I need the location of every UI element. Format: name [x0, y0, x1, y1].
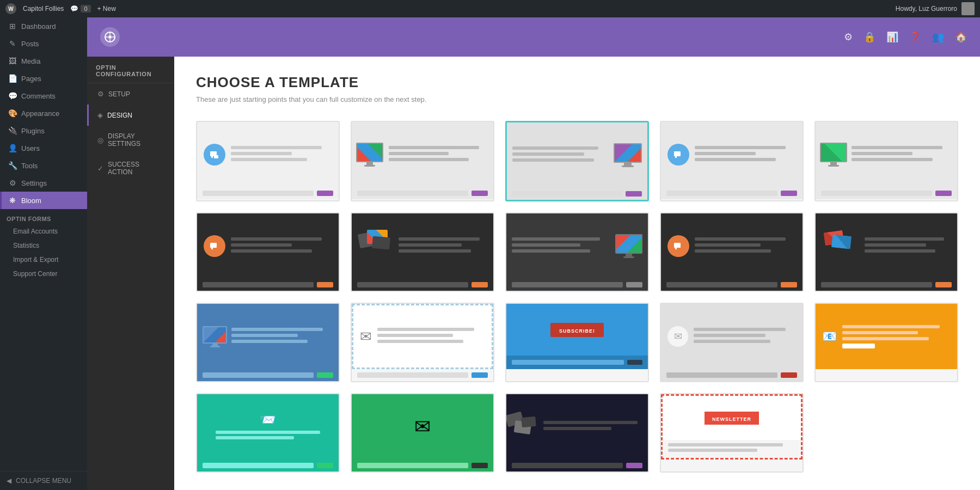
template-card-3[interactable]	[505, 121, 649, 201]
sidebar-item-settings[interactable]: ⚙ Settings	[0, 174, 87, 192]
tools-icon: 🔧	[8, 161, 17, 170]
plugin-subnav: OPTIN CONFIGURATION ⚙ SETUP ◈ DESIGN ◎ D…	[87, 57, 174, 490]
header-help-icon[interactable]: ❓	[909, 31, 921, 43]
sidebar-label-plugins: Plugins	[21, 127, 45, 135]
sidebar-item-plugins[interactable]: 🔌 Plugins	[0, 122, 87, 139]
template-card-5[interactable]	[814, 121, 958, 201]
template-card-2[interactable]	[351, 121, 494, 201]
template-card-11[interactable]	[196, 303, 340, 382]
layout: ⊞ Dashboard ✎ Posts 🖼 Media 📄 Pages 💬 Co…	[0, 17, 980, 490]
template-card-14[interactable]: ✉	[660, 303, 804, 382]
media-icon: 🖼	[8, 57, 17, 65]
template-card-8[interactable]	[505, 212, 649, 292]
svg-rect-13	[674, 243, 681, 248]
header-lock-icon[interactable]: 🔒	[863, 31, 875, 43]
template-card-6[interactable]	[196, 212, 340, 292]
sidebar-label-dashboard: Dashboard	[21, 22, 56, 30]
comment-bubble-icon: 💬	[70, 5, 78, 13]
subnav-label-success-action: SUCCESS ACTION	[108, 161, 166, 176]
svg-rect-9	[674, 151, 681, 156]
sidebar-item-media[interactable]: 🖼 Media	[0, 52, 87, 70]
collapse-menu-label: COLLAPSE MENU	[16, 477, 71, 485]
svg-rect-14	[675, 248, 677, 249]
new-label: + New	[97, 5, 116, 13]
sidebar-item-comments[interactable]: 💬 Comments	[0, 87, 87, 105]
admin-bar: W Capitol Follies 💬 0 + New Howdy, Luz G…	[0, 0, 980, 17]
settings-icon: ⚙	[8, 179, 17, 187]
sidebar-item-appearance[interactable]: 🎨 Appearance	[0, 105, 87, 122]
template-card-17[interactable]: ✉	[351, 393, 494, 473]
display-settings-icon: ◎	[97, 136, 103, 144]
sidebar-label-comments: Comments	[21, 92, 56, 100]
wp-logo-item[interactable]: W	[5, 3, 16, 14]
sidebar-item-bloom[interactable]: ❋ Bloom	[0, 192, 87, 209]
admin-bar-right: Howdy, Luz Guerroro	[896, 2, 975, 15]
content-area: CHOOSE A TEMPLATE These are just startin…	[174, 57, 980, 490]
template-card-9[interactable]	[660, 212, 804, 292]
collapse-menu-button[interactable]: ◀ COLLAPSE MENU	[0, 471, 87, 490]
plugin-header-icons: ⚙ 🔒 📊 ❓ 👥 🏠	[844, 31, 967, 43]
template-card-10[interactable]	[814, 212, 958, 292]
template-grid: ✉	[196, 121, 958, 473]
sidebar-item-dashboard[interactable]: ⊞ Dashboard	[0, 17, 87, 35]
subnav-label-setup: SETUP	[108, 90, 130, 98]
content-wrapper: OPTIN CONFIGURATION ⚙ SETUP ◈ DESIGN ◎ D…	[87, 57, 980, 490]
sidebar-item-users[interactable]: 👤 Users	[0, 139, 87, 157]
site-name-item[interactable]: Capitol Follies	[23, 5, 64, 13]
sidebar-sub-email-accounts[interactable]: Email Accounts	[0, 224, 87, 238]
optin-forms-label: Optin Forms	[7, 216, 51, 222]
site-name: Capitol Follies	[23, 5, 64, 13]
template-card-4[interactable]	[660, 121, 804, 201]
subnav-item-display-settings[interactable]: ◎ DISPLAY SETTINGS	[87, 126, 174, 154]
plugin-logo	[100, 27, 120, 47]
sidebar-item-pages[interactable]: 📄 Pages	[0, 70, 87, 87]
template-card-1[interactable]	[196, 121, 340, 201]
subnav-item-design[interactable]: ◈ DESIGN	[87, 105, 174, 126]
header-settings-icon[interactable]: ⚙	[844, 31, 853, 43]
design-icon: ◈	[97, 111, 103, 119]
template-card-15[interactable]: 📧	[814, 303, 958, 382]
avatar	[961, 2, 975, 15]
comments-item[interactable]: 💬 0	[70, 5, 90, 13]
template-card-19[interactable]: NEWSLETTER	[660, 393, 804, 473]
optin-forms-section: Optin Forms	[0, 209, 87, 224]
template-card-7[interactable]	[351, 212, 494, 292]
sidebar-label-pages: Pages	[21, 75, 41, 83]
subnav-item-setup[interactable]: ⚙ SETUP	[87, 83, 174, 105]
template-card-16[interactable]: 📨	[196, 393, 340, 473]
subnav-item-success-action[interactable]: ✓ SUCCESS ACTION	[87, 154, 174, 182]
template-card-12[interactable]: ✉	[351, 303, 494, 382]
success-action-icon: ✓	[97, 164, 103, 173]
sidebar-label-media: Media	[21, 57, 40, 65]
template-card-18[interactable]	[505, 393, 649, 473]
header-stats-icon[interactable]: 📊	[886, 31, 898, 43]
collapse-arrow-icon: ◀	[7, 477, 11, 485]
subnav-label-display-settings: DISPLAY SETTINGS	[108, 132, 166, 148]
email-accounts-label: Email Accounts	[13, 228, 58, 235]
sidebar-sub-import-export[interactable]: Import & Export	[0, 253, 87, 267]
new-item[interactable]: + New	[97, 5, 116, 13]
users-icon: 👤	[8, 144, 17, 152]
svg-point-1	[108, 35, 112, 39]
header-users-icon[interactable]: 👥	[932, 31, 944, 43]
svg-rect-10	[675, 156, 677, 158]
sidebar-label-users: Users	[21, 144, 40, 152]
sidebar: ⊞ Dashboard ✎ Posts 🖼 Media 📄 Pages 💬 Co…	[0, 17, 87, 490]
posts-icon: ✎	[8, 39, 17, 48]
header-home-icon[interactable]: 🏠	[955, 31, 967, 43]
sidebar-item-tools[interactable]: 🔧 Tools	[0, 157, 87, 174]
subnav-title: OPTIN CONFIGURATION	[87, 57, 174, 83]
sidebar-label-tools: Tools	[21, 162, 38, 170]
plugins-icon: 🔌	[8, 126, 17, 135]
bloom-logo-icon	[100, 27, 120, 47]
sidebar-sub-support-center[interactable]: Support Center	[0, 267, 87, 281]
import-export-label: Import & Export	[13, 256, 58, 264]
statistics-label: Statistics	[13, 242, 39, 249]
template-card-13[interactable]: SUBSCRIBE!	[505, 303, 649, 382]
sidebar-item-posts[interactable]: ✎ Posts	[0, 35, 87, 52]
sidebar-sub-statistics[interactable]: Statistics	[0, 238, 87, 253]
wp-logo: W	[5, 3, 16, 14]
sidebar-label-settings: Settings	[21, 179, 47, 187]
svg-rect-7	[211, 156, 213, 158]
sidebar-label-bloom: Bloom	[21, 197, 41, 205]
